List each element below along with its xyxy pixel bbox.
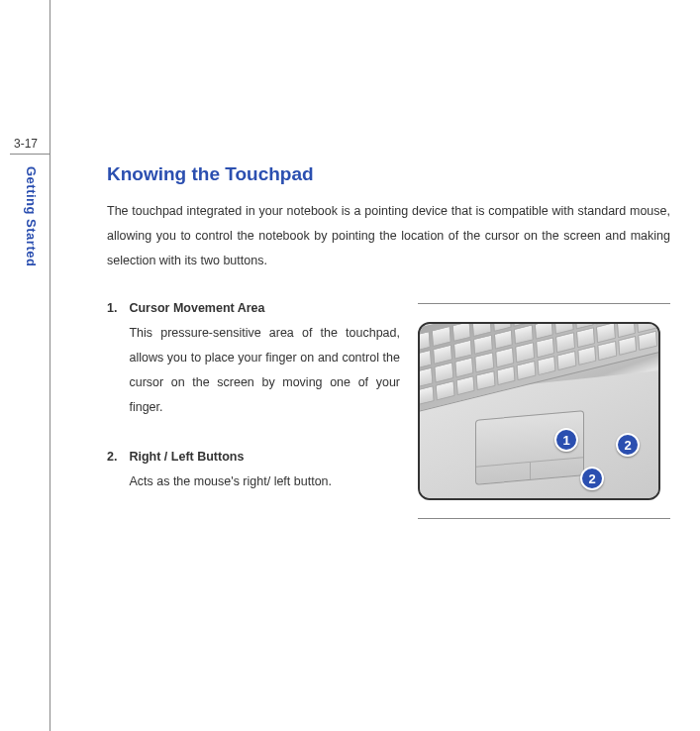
two-column-layout: 1. Cursor Movement Area This pressure-se… <box>107 301 670 524</box>
margin-divider <box>50 0 50 731</box>
item-title: Right / Left Buttons <box>129 450 400 464</box>
figure-container: 1 2 2 <box>418 303 670 519</box>
item-description: This pressure-sensitive area of the touc… <box>129 321 400 420</box>
list-item: 2. Right / Left Buttons Acts as the mous… <box>107 450 400 494</box>
touchpad-illustration: 1 2 2 <box>418 322 660 500</box>
figure-column: 1 2 2 <box>418 301 670 519</box>
text-column: 1. Cursor Movement Area This pressure-se… <box>107 301 400 524</box>
chapter-side-label: Getting Started <box>24 166 39 266</box>
item-title: Cursor Movement Area <box>129 301 400 315</box>
page-number: 3-17 <box>14 137 38 151</box>
section-title: Knowing the Touchpad <box>107 163 670 185</box>
callout-badge-2: 2 <box>580 467 604 490</box>
callout-badge-1: 1 <box>554 428 578 452</box>
callout-badge-2: 2 <box>616 433 640 457</box>
main-content: Knowing the Touchpad The touchpad integr… <box>107 163 670 524</box>
header-rule <box>10 154 50 155</box>
list-item: 1. Cursor Movement Area This pressure-se… <box>107 301 400 420</box>
intro-paragraph: The touchpad integrated in your notebook… <box>107 199 670 273</box>
item-number: 1. <box>107 301 117 420</box>
item-description: Acts as the mouse's right/ left button. <box>129 470 400 494</box>
item-number: 2. <box>107 450 117 494</box>
